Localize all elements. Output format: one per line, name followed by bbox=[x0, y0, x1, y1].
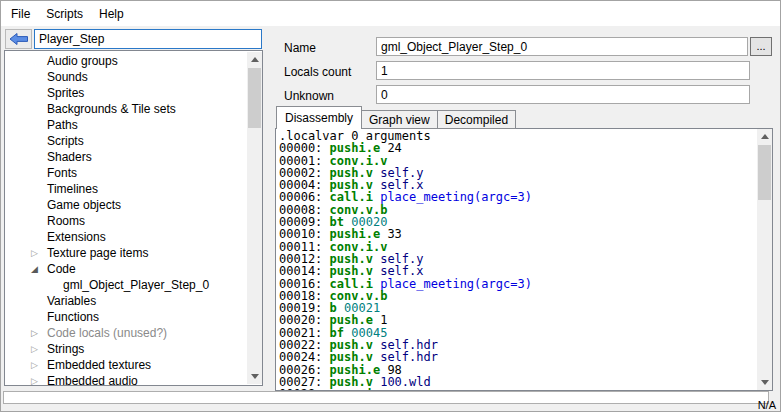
tree-item-label: Extensions bbox=[47, 230, 106, 244]
tree-item-sprites[interactable]: Sprites bbox=[5, 85, 262, 101]
tree-item-label: Embedded textures bbox=[47, 358, 151, 372]
tree-item-code-locals-unused[interactable]: ▷Code locals (unused?) bbox=[5, 325, 262, 341]
code-token-func: place_meeting(argc=3) bbox=[373, 190, 532, 204]
tree-item-texture-page-items[interactable]: ▷Texture page items bbox=[5, 245, 262, 261]
tree-item-label: Shaders bbox=[47, 150, 92, 164]
tree-item-backgrounds-tile-sets[interactable]: Backgrounds & Tile sets bbox=[5, 101, 262, 117]
resource-tree: Audio groupsSoundsSpritesBackgrounds & T… bbox=[4, 50, 263, 386]
back-arrow-icon bbox=[10, 33, 28, 45]
tree-item-scripts[interactable]: Scripts bbox=[5, 133, 262, 149]
tab-bar: DisassemblyGraph viewDecompiled bbox=[276, 107, 515, 129]
scroll-up-icon[interactable] bbox=[761, 134, 769, 139]
disassembly-panel: .localvar 0 arguments00000: pushi.e 2400… bbox=[275, 128, 773, 391]
search-toolbar bbox=[5, 29, 262, 49]
disassembly-view[interactable]: .localvar 0 arguments00000: pushi.e 2400… bbox=[279, 130, 757, 390]
tree-item-label: Sprites bbox=[47, 86, 84, 100]
tree-item-label: gml_Object_Player_Step_0 bbox=[63, 278, 209, 292]
expander-collapsed-icon[interactable]: ▷ bbox=[31, 245, 47, 261]
tree-item-label: Rooms bbox=[47, 214, 85, 228]
tree-item-label: Backgrounds & Tile sets bbox=[47, 102, 176, 116]
back-button[interactable] bbox=[5, 29, 32, 49]
tree-item-rooms[interactable]: Rooms bbox=[5, 213, 262, 229]
tree-item-label: Audio groups bbox=[47, 54, 118, 68]
tree-item-embedded-textures[interactable]: ▷Embedded textures bbox=[5, 357, 262, 373]
tree-item-label: Variables bbox=[47, 294, 96, 308]
scroll-down-icon[interactable] bbox=[251, 374, 259, 379]
tree-item-label: Sounds bbox=[47, 70, 88, 84]
locals-count-input[interactable] bbox=[376, 61, 750, 80]
tree-item-label: Texture page items bbox=[47, 246, 148, 260]
unknown-input[interactable] bbox=[376, 85, 750, 104]
locals-count-label: Locals count bbox=[284, 65, 351, 79]
progress-bar bbox=[3, 391, 769, 404]
tree-item-audio-groups[interactable]: Audio groups bbox=[5, 53, 262, 69]
tree-scrollbar-thumb[interactable] bbox=[248, 68, 261, 128]
app-window: FileScriptsHelp Audio groupsSoundsSprite… bbox=[0, 0, 781, 412]
expander-collapsed-icon[interactable]: ▷ bbox=[31, 373, 47, 386]
unknown-label: Unknown bbox=[284, 89, 334, 103]
tree-item-label: Game objects bbox=[47, 198, 121, 212]
tree-item-extensions[interactable]: Extensions bbox=[5, 229, 262, 245]
tree-item-label: Fonts bbox=[47, 166, 77, 180]
tab-decompiled[interactable]: Decompiled bbox=[437, 110, 516, 129]
tab-disassembly[interactable]: Disassembly bbox=[276, 106, 362, 129]
scroll-down-icon[interactable] bbox=[761, 380, 769, 385]
tree-item-sounds[interactable]: Sounds bbox=[5, 69, 262, 85]
tree-scrollbar[interactable] bbox=[247, 52, 262, 384]
code-token-func: place_meeting(argc=3) bbox=[373, 277, 532, 291]
tree-item-gml-object-player-step-0[interactable]: gml_Object_Player_Step_0 bbox=[5, 277, 262, 293]
tree-item-strings[interactable]: ▷Strings bbox=[5, 341, 262, 357]
code-scrollbar[interactable] bbox=[757, 129, 772, 390]
tree-item-label: Strings bbox=[47, 342, 84, 356]
search-input[interactable] bbox=[34, 29, 262, 49]
tree-item-code[interactable]: ◢Code bbox=[5, 261, 262, 277]
expander-expanded-icon[interactable]: ◢ bbox=[31, 261, 47, 277]
tree-item-timelines[interactable]: Timelines bbox=[5, 181, 262, 197]
tab-graph-view[interactable]: Graph view bbox=[361, 110, 438, 129]
tree-item-shaders[interactable]: Shaders bbox=[5, 149, 262, 165]
tree-item-label: Paths bbox=[47, 118, 78, 132]
tree-item-embedded-audio[interactable]: ▷Embedded audio bbox=[5, 373, 262, 386]
menu-item-file[interactable]: File bbox=[3, 3, 38, 25]
tree-item-label: Embedded audio bbox=[47, 374, 138, 386]
tree-item-game-objects[interactable]: Game objects bbox=[5, 197, 262, 213]
tree-item-label: Scripts bbox=[47, 134, 84, 148]
tree-item-label: Code bbox=[47, 262, 76, 276]
name-label: Name bbox=[284, 41, 316, 55]
name-input[interactable] bbox=[376, 37, 748, 56]
menu-bar: FileScriptsHelp bbox=[1, 1, 780, 26]
tree-item-paths[interactable]: Paths bbox=[5, 117, 262, 133]
expander-collapsed-icon[interactable]: ▷ bbox=[31, 357, 47, 373]
code-scrollbar-thumb[interactable] bbox=[758, 145, 771, 200]
code-token-op: conv.i.v bbox=[330, 387, 388, 390]
status-text: N/A bbox=[758, 399, 776, 411]
tree-item-label: Functions bbox=[47, 310, 99, 324]
menu-item-scripts[interactable]: Scripts bbox=[38, 3, 91, 25]
scroll-up-icon[interactable] bbox=[251, 57, 259, 62]
tree-item-label: Code locals (unused?) bbox=[47, 326, 167, 340]
disassembly-line: 00029: conv.i.v bbox=[279, 388, 757, 390]
tree-item-functions[interactable]: Functions bbox=[5, 309, 262, 325]
tree-item-variables[interactable]: Variables bbox=[5, 293, 262, 309]
code-token-addr: 00029: bbox=[279, 387, 330, 390]
expander-collapsed-icon[interactable]: ▷ bbox=[31, 341, 47, 357]
browse-button[interactable]: ... bbox=[750, 37, 772, 56]
tree-item-fonts[interactable]: Fonts bbox=[5, 165, 262, 181]
expander-collapsed-icon[interactable]: ▷ bbox=[31, 325, 47, 341]
menu-item-help[interactable]: Help bbox=[91, 3, 132, 25]
tree-item-label: Timelines bbox=[47, 182, 98, 196]
